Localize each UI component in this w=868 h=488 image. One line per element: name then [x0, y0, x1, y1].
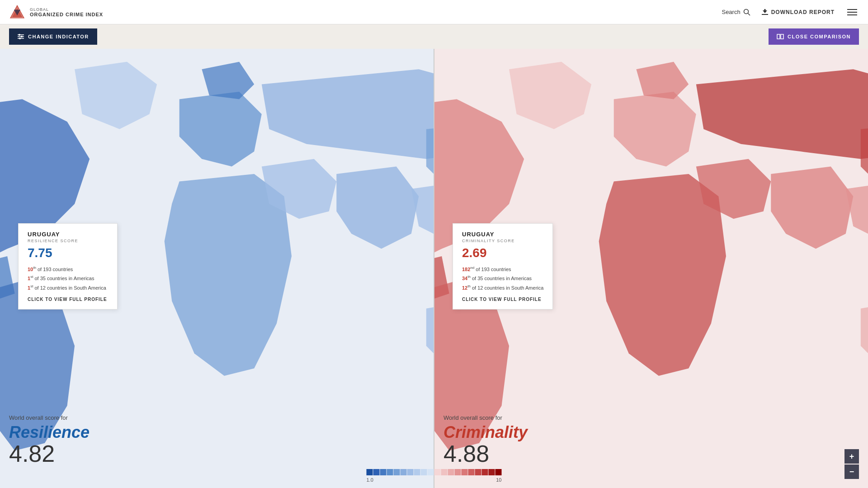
right-rank2: 34 [462, 276, 467, 281]
legend-cell-blue [387, 469, 393, 475]
left-tooltip-score-label: RESILIENCE SCORE [28, 239, 108, 243]
svg-point-13 [19, 38, 21, 39]
legend-min: 1.0 [367, 477, 373, 483]
change-indicator-label: CHANGE INDICATOR [28, 34, 89, 39]
legend-cell-blue [428, 469, 434, 475]
legend-cell-blue [380, 469, 387, 475]
left-rank3-text: of 12 countries in South America [34, 285, 106, 291]
logo-text: GLOBAL ORGANIZED CRIME INDEX [30, 7, 103, 17]
legend-cell-blue [414, 469, 420, 475]
right-tooltip: URUGUAY CRIMINALITY SCORE 2.69 182nd of … [453, 223, 553, 310]
right-world-score: 4.88 [443, 442, 528, 465]
right-profile-link[interactable]: CLICK TO VIEW FULL PROFILE [462, 297, 543, 302]
legend-bar [367, 469, 502, 475]
left-world-name: Resilience [9, 423, 90, 442]
legend-cell-red [441, 469, 448, 475]
legend-cell-red [489, 469, 495, 475]
legend-cell-red [448, 469, 454, 475]
close-comparison-label: CLOSE COMPARISON [788, 34, 851, 39]
legend-cell-blue [373, 469, 380, 475]
svg-point-3 [744, 9, 748, 14]
legend-max: 10 [496, 477, 501, 483]
toolbar: CHANGE INDICATOR CLOSE COMPARISON [0, 24, 868, 49]
left-rank2-sup: st [30, 275, 33, 279]
menu-button[interactable] [845, 7, 859, 17]
legend-cell-red [482, 469, 488, 475]
logo-icon [9, 4, 25, 20]
left-tooltip-country: URUGUAY [28, 231, 108, 238]
svg-rect-15 [781, 34, 783, 39]
download-report-button[interactable]: DOWNLOAD REPORT [761, 9, 835, 16]
svg-point-12 [21, 36, 23, 38]
left-rank1-sup: th [33, 266, 36, 270]
menu-line-2 [847, 12, 857, 13]
search-button[interactable]: Search [722, 9, 750, 16]
search-icon [743, 9, 750, 16]
maps-container: URUGUAY RESILIENCE SCORE 7.75 10th of 19… [0, 24, 868, 488]
legend-cell-red [468, 469, 475, 475]
left-tooltip-ranks: 10th of 193 countries 1st of 35 countrie… [28, 265, 108, 292]
left-map-panel: URUGUAY RESILIENCE SCORE 7.75 10th of 19… [0, 24, 434, 488]
right-tooltip-score-label: CRIMINALITY SCORE [462, 239, 543, 243]
header-right: Search DOWNLOAD REPORT [722, 7, 859, 17]
left-tooltip: URUGUAY RESILIENCE SCORE 7.75 10th of 19… [18, 223, 118, 310]
zoom-controls: + − [844, 449, 859, 479]
logo-top: GLOBAL [30, 7, 103, 12]
right-bottom-info: World overall score for Criminality 4.88 [443, 414, 528, 465]
left-world-score: 4.82 [9, 442, 90, 465]
header: GLOBAL ORGANIZED CRIME INDEX Search DOWN… [0, 0, 868, 24]
logo-bottom: ORGANIZED CRIME INDEX [30, 12, 103, 17]
right-rank3-text: of 12 countries in South America [472, 285, 543, 291]
legend-cell-red [455, 469, 461, 475]
right-rank3: 12 [462, 285, 467, 291]
legend-cell-blue [401, 469, 407, 475]
menu-line-1 [847, 9, 857, 10]
left-profile-link[interactable]: CLICK TO VIEW FULL PROFILE [28, 297, 108, 302]
download-label: DOWNLOAD REPORT [771, 9, 835, 15]
right-rank1: 182 [462, 267, 470, 272]
legend-cell-blue [394, 469, 400, 475]
svg-point-11 [19, 34, 20, 36]
legend-cell-red [462, 469, 468, 475]
right-world-label: World overall score for [443, 414, 528, 421]
legend-cell-red [495, 469, 502, 475]
left-tooltip-score: 7.75 [28, 246, 108, 260]
left-rank1: 10 [28, 267, 33, 272]
left-rank1-text: of 193 countries [38, 267, 73, 272]
right-rank1-text: of 193 countries [476, 267, 511, 272]
close-comparison-button[interactable]: CLOSE COMPARISON [769, 28, 859, 45]
change-indicator-button[interactable]: CHANGE INDICATOR [9, 28, 97, 45]
legend-cell-blue [421, 469, 427, 475]
legend-cell-red [434, 469, 441, 475]
legend: 1.0 10 [367, 469, 502, 483]
right-tooltip-score: 2.69 [462, 246, 543, 260]
svg-rect-14 [777, 34, 780, 39]
svg-rect-7 [764, 9, 765, 12]
right-rank3-sup: th [467, 284, 471, 288]
right-rank1-sup: nd [470, 266, 474, 270]
right-tooltip-country: URUGUAY [462, 231, 543, 238]
left-rank2-text: of 35 countries in Americas [34, 276, 94, 281]
right-rank2-text: of 35 countries in Americas [472, 276, 532, 281]
left-rank3-sup: st [30, 284, 33, 288]
legend-cell-red [475, 469, 481, 475]
right-tooltip-ranks: 182nd of 193 countries 34th of 35 countr… [462, 265, 543, 292]
left-world-label: World overall score for [9, 414, 90, 421]
sliders-icon [17, 33, 24, 40]
svg-rect-5 [762, 14, 768, 15]
menu-line-3 [847, 14, 857, 15]
right-world-name: Criminality [443, 423, 528, 442]
right-map-panel: URUGUAY CRIMINALITY SCORE 2.69 182nd of … [434, 24, 868, 488]
download-icon [761, 9, 769, 16]
left-bottom-info: World overall score for Resilience 4.82 [9, 414, 90, 465]
legend-labels: 1.0 10 [367, 477, 502, 483]
search-label: Search [722, 9, 740, 15]
zoom-in-button[interactable]: + [844, 449, 859, 464]
legend-cell-blue [367, 469, 373, 475]
compare-icon [777, 33, 784, 40]
legend-cell-blue [407, 469, 414, 475]
svg-line-4 [748, 13, 750, 15]
logo-area: GLOBAL ORGANIZED CRIME INDEX [9, 4, 103, 20]
zoom-out-button[interactable]: − [844, 465, 859, 479]
right-rank2-sup: th [467, 275, 471, 279]
